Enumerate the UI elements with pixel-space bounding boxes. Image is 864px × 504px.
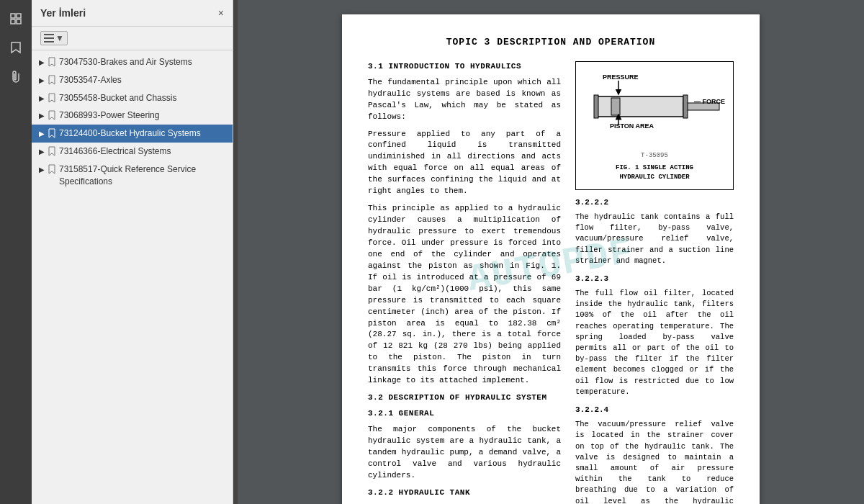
sidebar-resize-handle[interactable]	[233, 0, 238, 504]
right-sec322-heading: 3.2.2.2	[575, 197, 734, 209]
sidebar-close-button[interactable]: ×	[218, 7, 224, 19]
section1-para1: The fundamental principle upon which all…	[368, 77, 561, 123]
bookmark-item[interactable]: ▶ 73047530-Brakes and Air Systems	[32, 53, 233, 71]
expand-arrow-icon: ▶	[39, 129, 45, 139]
bookmark-label: 73158517-Quick Reference Service Specifi…	[59, 163, 227, 188]
bookmark-toolbar-icon[interactable]	[3, 35, 29, 60]
svg-rect-9	[597, 96, 683, 117]
hydraulic-cylinder-diagram: PRESSURE	[582, 69, 726, 148]
expand-arrow-icon: ▶	[39, 76, 45, 86]
svg-rect-1	[17, 14, 21, 18]
main-content: AUTOPDF TOPIC 3 DESCRIPTION AND OPERATIO…	[238, 0, 864, 504]
svg-rect-0	[11, 14, 15, 18]
expand-arrow-icon: ▶	[39, 147, 45, 157]
bookmark-item[interactable]: ▶ 73053547-Axles	[32, 71, 233, 89]
bookmark-icon	[48, 75, 56, 85]
content-columns: 3.1 INTRODUCTION TO HYDRAULICS The funda…	[368, 61, 734, 504]
bookmark-icon	[48, 110, 56, 120]
section2-sub1-text: The major components of the bucket hydra…	[368, 424, 561, 482]
view-menu-button[interactable]: ▼	[40, 31, 68, 45]
svg-rect-3	[17, 19, 21, 24]
section2-heading: 3.2 DESCRIPTION OF HYDRAULIC SYSTEM	[368, 392, 561, 404]
bookmark-item[interactable]: ▶ 73068993-Power Steering	[32, 107, 233, 125]
expand-arrow-icon: ▶	[39, 58, 45, 68]
document-page: AUTOPDF TOPIC 3 DESCRIPTION AND OPERATIO…	[342, 14, 760, 504]
section2-sub1-heading: 3.2.1 GENERAL	[368, 408, 561, 420]
svg-rect-13	[683, 95, 688, 118]
layers-icon[interactable]	[3, 6, 29, 32]
bookmark-icon	[48, 128, 56, 138]
svg-text:— FORCE: — FORCE	[694, 98, 725, 105]
left-column: 3.1 INTRODUCTION TO HYDRAULICS The funda…	[368, 61, 561, 504]
diagram-area: PRESSURE	[583, 69, 726, 148]
figure-caption: FIG. 1 SINGLE ACTINGHYDRAULIC CYLINDER	[583, 163, 726, 182]
right-sec324-heading: 3.2.2.4	[575, 405, 734, 416]
section2-sub2-heading: 3.2.2 HYDRAULIC TANK	[368, 487, 561, 499]
sidebar-toolbar: ▼	[32, 27, 233, 50]
svg-rect-6	[44, 41, 54, 42]
svg-text:PISTON AREA: PISTON AREA	[610, 122, 654, 130]
section1-para3: This principle as applied to a hydraulic…	[368, 203, 561, 387]
expand-arrow-icon: ▶	[39, 165, 45, 175]
bookmark-item[interactable]: ▶ 73146366-Electrical Systems	[32, 143, 233, 161]
bookmark-icon	[48, 146, 56, 156]
svg-rect-2	[11, 19, 15, 24]
section1-heading: 3.1 INTRODUCTION TO HYDRAULICS	[368, 61, 561, 73]
bookmark-item[interactable]: ▶ 73055458-Bucket and Chassis	[32, 89, 233, 107]
bookmark-label: 73068993-Power Steering	[59, 109, 227, 122]
bookmark-item-active[interactable]: ▶ 73124400-Bucket Hydraulic Systems	[32, 125, 233, 143]
bookmark-label: 73146366-Electrical Systems	[59, 145, 227, 158]
bookmark-icon	[48, 57, 56, 67]
figure-id: T-35095	[583, 151, 726, 161]
bookmark-icon	[48, 164, 56, 174]
sidebar-title: Yer İmleri	[40, 7, 86, 19]
svg-rect-4	[44, 34, 54, 35]
attachment-icon[interactable]	[3, 63, 29, 89]
page-scroll-area[interactable]: AUTOPDF TOPIC 3 DESCRIPTION AND OPERATIO…	[238, 0, 864, 504]
sidebar-bookmarks-list: ▶ 73047530-Brakes and Air Systems ▶ 7305…	[32, 50, 233, 504]
expand-arrow-icon: ▶	[39, 111, 45, 121]
right-sec324-text: The vacuum/pressure relief valve is loca…	[575, 419, 734, 504]
view-menu-arrow: ▼	[55, 33, 64, 43]
bookmark-label: 73055458-Bucket and Chassis	[59, 92, 227, 104]
figure-box: PRESSURE	[575, 61, 734, 190]
bookmark-icon	[48, 93, 56, 103]
right-sec322-text: The hydraulic tank contains a full flow …	[575, 212, 734, 266]
bookmark-label: 73047530-Brakes and Air Systems	[59, 56, 227, 68]
svg-rect-10	[611, 98, 620, 115]
svg-text:PRESSURE: PRESSURE	[603, 73, 639, 81]
page-title: TOPIC 3 DESCRIPTION AND OPERATION	[368, 36, 734, 50]
bookmark-item[interactable]: ▶ 73158517-Quick Reference Service Speci…	[32, 161, 233, 191]
right-sec323-heading: 3.2.2.3	[575, 274, 734, 285]
right-column: PRESSURE	[575, 61, 734, 504]
sidebar: Yer İmleri × ▼ ▶ 73047530-Brakes and Air…	[32, 0, 233, 504]
svg-rect-5	[44, 37, 54, 39]
bookmark-label: 73053547-Axles	[59, 74, 227, 86]
right-sec323-text: The full flow oil filter, located inside…	[575, 288, 734, 397]
sidebar-header: Yer İmleri ×	[32, 0, 233, 27]
left-toolbar	[0, 0, 32, 504]
bookmark-label: 73124400-Bucket Hydraulic Systems	[59, 127, 227, 140]
svg-rect-12	[594, 95, 598, 118]
section1-para2: Pressure applied to any part of a confin…	[368, 129, 561, 198]
expand-arrow-icon: ▶	[39, 94, 45, 104]
